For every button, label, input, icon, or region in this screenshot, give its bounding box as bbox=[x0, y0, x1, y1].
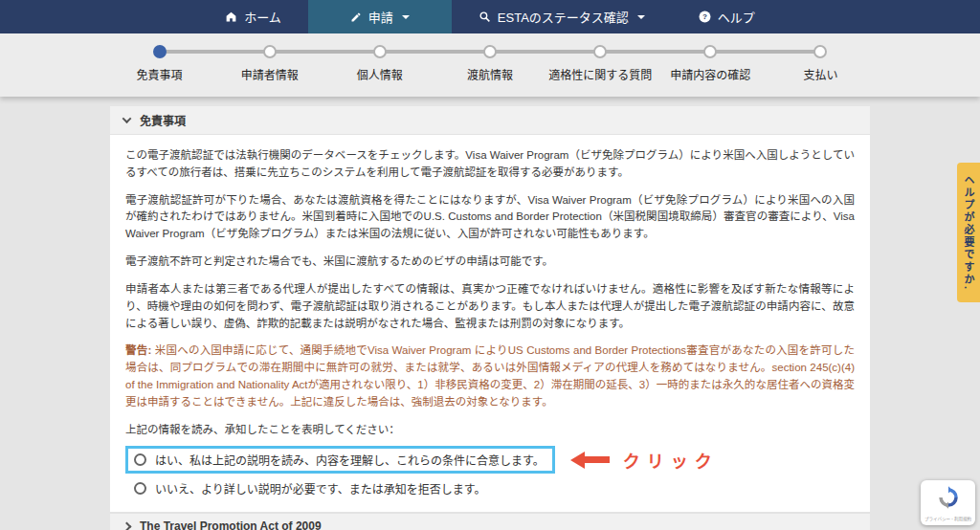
recaptcha-icon bbox=[936, 485, 961, 514]
travel-act-accordion-header[interactable]: The Travel Promotion Act of 2009 bbox=[110, 513, 870, 530]
left-arrow-shaft bbox=[585, 456, 610, 463]
warning-label: 警告: bbox=[125, 344, 151, 356]
radio-button-yes[interactable] bbox=[134, 453, 146, 466]
left-arrow-icon bbox=[570, 452, 585, 469]
click-annotation: クリック bbox=[570, 448, 719, 473]
step-eligibility: 適格性に関する質問 bbox=[546, 45, 656, 82]
disclaimer-title: 免責事項 bbox=[140, 112, 186, 128]
step-dot-active bbox=[153, 45, 167, 58]
nav-item-esta-status[interactable]: ESTAのステータス確認 bbox=[452, 0, 672, 33]
step-dot bbox=[263, 45, 277, 58]
pencil-icon bbox=[350, 11, 362, 23]
radio-option-yes[interactable]: はい、私は上記の説明を読み、内容を理解し、これらの条件に合意します。 bbox=[134, 452, 545, 468]
chevron-down-icon bbox=[637, 15, 645, 19]
click-annotation-text: クリック bbox=[623, 448, 719, 473]
step-payment: 支払い bbox=[766, 45, 876, 82]
step-personal-info: 個人情報 bbox=[324, 45, 434, 82]
disclaimer-paragraph-3: 電子渡航不許可と判定された場合でも、米国に渡航するためのビザの申請は可能です。 bbox=[125, 254, 855, 271]
disclaimer-warning: 警告: 米国への入国申請に応じて、通関手続地でVisa Waiver Progr… bbox=[125, 342, 855, 410]
page-body: 免責事項 この電子渡航認証では法執行機関のデータベースをチェックします。Visa… bbox=[0, 106, 980, 530]
step-dot bbox=[373, 45, 387, 58]
step-review: 申請内容の確認 bbox=[656, 45, 766, 82]
disclaimer-body: この電子渡航認証では法執行機関のデータベースをチェックします。Visa Waiv… bbox=[110, 135, 870, 530]
acknowledge-prompt: 上記の情報を読み、承知したことを表明してください： bbox=[125, 422, 855, 439]
step-dot bbox=[483, 45, 497, 58]
radio-option-no[interactable]: いいえ、より詳しい説明が必要です、または承知を拒否します。 bbox=[134, 480, 486, 497]
radio-yes-label: はい、私は上記の説明を読み、内容を理解し、これらの条件に合意します。 bbox=[155, 452, 545, 468]
radio-button-no[interactable] bbox=[134, 482, 146, 495]
svg-text:?: ? bbox=[702, 12, 707, 21]
search-icon bbox=[479, 11, 491, 23]
help-icon: ? bbox=[699, 11, 711, 23]
top-nav: ホーム 申請 ESTAのステータス確認 ? ヘルプ bbox=[0, 0, 980, 33]
disclaimer-accordion-header[interactable]: 免責事項 bbox=[110, 106, 870, 135]
disclaimer-paragraph-1: この電子渡航認証では法執行機関のデータベースをチェックします。Visa Waiv… bbox=[125, 147, 855, 182]
disclaimer-paragraph-4: 申請者本人または第三者である代理人が提出したすべての情報は、真実かつ正確でなけれ… bbox=[125, 281, 855, 332]
radio-row-no: いいえ、より詳しい説明が必要です、または承知を拒否します。 bbox=[125, 480, 855, 497]
progress-stepper: 免責事項 申請者情報 個人情報 渡航情報 適格性に関する質問 申請内容の確認 支… bbox=[0, 33, 980, 97]
nav-item-label: ヘルプ bbox=[718, 8, 755, 26]
chevron-down-icon bbox=[402, 15, 410, 19]
warning-text: 米国への入国申請に応じて、通関手続地でVisa Waiver Program に… bbox=[125, 344, 855, 407]
step-travel-info: 渡航情報 bbox=[434, 45, 545, 82]
disclaimer-paragraph-2: 電子渡航認証許可が下りた場合、あなたは渡航資格を得たことにはなりますが、Visa… bbox=[125, 192, 855, 243]
nav-item-apply[interactable]: 申請 bbox=[308, 0, 452, 33]
step-disclaimer: 免責事項 bbox=[104, 45, 214, 82]
chevron-right-icon bbox=[122, 521, 132, 530]
nav-item-label: ホーム bbox=[244, 8, 281, 26]
radio-no-label: いいえ、より詳しい説明が必要です、または承知を拒否します。 bbox=[155, 480, 486, 497]
step-dot bbox=[593, 45, 607, 58]
nav-item-label: 申請 bbox=[368, 8, 393, 26]
travel-act-section: The Travel Promotion Act of 2009 bbox=[110, 512, 870, 530]
recaptcha-privacy-text: プライバシー - 利用規約 bbox=[924, 516, 971, 521]
step-applicant-info: 申請者情報 bbox=[214, 45, 324, 82]
radio-row-yes: はい、私は上記の説明を読み、内容を理解し、これらの条件に合意します。 クリック bbox=[125, 446, 855, 474]
help-side-tab[interactable]: ヘルプが必要ですか. bbox=[957, 163, 980, 302]
home-icon bbox=[225, 11, 237, 23]
recaptcha-badge[interactable]: プライバシー - 利用規約 bbox=[921, 480, 975, 525]
chevron-down-icon bbox=[122, 114, 132, 123]
nav-item-home[interactable]: ホーム bbox=[198, 0, 308, 33]
disclaimer-card: 免責事項 この電子渡航認証では法執行機関のデータベースをチェックします。Visa… bbox=[110, 106, 870, 530]
step-dot bbox=[703, 45, 717, 58]
nav-item-label: ESTAのステータス確認 bbox=[498, 8, 629, 26]
travel-act-title: The Travel Promotion Act of 2009 bbox=[140, 519, 322, 530]
click-highlight-box: はい、私は上記の説明を読み、内容を理解し、これらの条件に合意します。 bbox=[125, 446, 555, 474]
nav-item-help[interactable]: ? ヘルプ bbox=[672, 0, 782, 33]
step-dot bbox=[813, 45, 827, 58]
